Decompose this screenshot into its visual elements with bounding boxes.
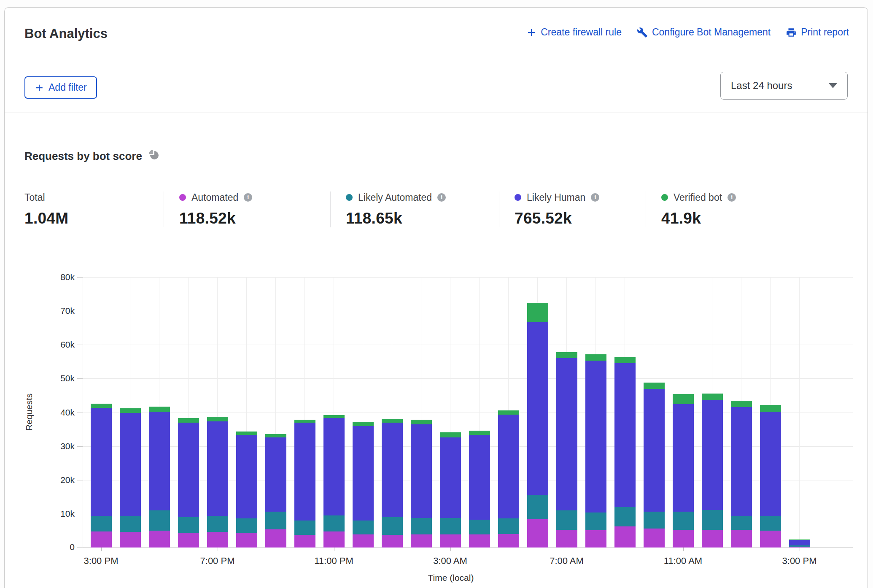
x-tick-mark [683,548,684,551]
bar-segment-verified-bot [731,401,752,407]
bar-segment-likely-human [789,540,810,545]
bar-segment-verified-bot [614,357,636,363]
bar-column [319,277,348,548]
stat-verified-bot-label: Verified bot [674,192,722,203]
bar-segment-automated [236,533,257,548]
bar-segment-likely-automated [440,518,461,534]
bar-segment-verified-bot [149,407,170,412]
y-tick-label: 20k [60,475,75,485]
x-tick-label: 11:00 AM [664,556,702,566]
y-tick-label: 80k [60,272,75,282]
bar-segment-likely-human [149,412,170,510]
y-tick-mark [77,378,83,379]
stat-automated: Automated i 118.52k [164,192,330,227]
add-filter-button[interactable]: Add filter [24,76,97,99]
y-tick-mark [77,547,83,548]
bar-segment-likely-human [614,363,636,507]
stat-automated-label: Automated [191,192,238,203]
bar-segment-likely-automated [120,516,141,532]
bar-column [145,277,174,548]
bar-segment-likely-automated [91,516,112,531]
printer-icon [786,27,797,38]
bar-segment-likely-human [469,435,490,520]
stat-verified-bot-value: 41.9k [661,210,776,227]
bar-segment-likely-human [702,400,723,510]
bar-segment-likely-human [760,412,781,516]
bar-segment-likely-human [294,423,315,521]
bar-segment-automated [411,534,432,548]
verified-bot-legend-dot [661,194,668,201]
bar-segment-automated [760,531,781,548]
stat-total-value: 1.04M [24,210,155,227]
bar-segment-automated [294,535,315,548]
bar-segment-likely-automated [614,507,636,526]
stat-likely-automated-value: 118.65k [346,210,490,227]
x-tick-mark [450,548,451,551]
bar-column [698,277,727,548]
likely-human-legend-dot [515,194,521,201]
bar-segment-likely-automated [731,516,752,530]
bar-segment-automated [731,530,752,548]
info-icon[interactable]: i [728,193,736,202]
time-range-value: Last 24 hours [731,80,792,92]
bar-segment-likely-automated [149,510,170,531]
bar-segment-likely-automated [527,495,548,519]
bar-segment-verified-bot [556,352,577,358]
bar-segment-automated [382,535,403,548]
bar-column [552,277,581,548]
stat-likely-human-value: 765.52k [515,210,637,227]
time-range-select[interactable]: Last 24 hours [720,72,848,100]
bar-segment-automated [673,530,694,548]
bar-segment-automated [353,534,374,548]
info-icon[interactable]: i [244,193,252,202]
bar-segment-likely-human [353,426,374,521]
bar-column [232,277,261,548]
header-actions: Create firewall rule Configure Bot Manag… [526,27,849,38]
bar-column [465,277,494,548]
bar-segment-automated [614,526,636,548]
bar-column [756,277,785,548]
bar-column [407,277,436,548]
x-tick-label: 7:00 AM [550,556,584,566]
bar-segment-likely-automated [760,516,781,531]
bar-segment-likely-human [207,421,228,516]
bar-segment-automated [556,530,577,548]
bar-segment-verified-bot [207,417,228,421]
bar-segment-likely-human [120,413,141,516]
bar-segment-likely-human [731,407,752,516]
bar-segment-verified-bot [265,434,286,437]
y-tick-mark [77,311,83,311]
stat-likely-automated: Likely Automated i 118.65k [330,192,499,227]
bar-segment-verified-bot [120,408,141,413]
bar-column [174,277,203,548]
bar-segment-verified-bot [411,420,432,424]
bar-segment-likely-automated [294,521,315,535]
bar-segment-verified-bot [469,431,490,435]
y-tick-label: 50k [60,373,75,383]
bar-segment-verified-bot [527,303,548,322]
bar-segment-likely-automated [265,512,286,529]
y-tick-mark [77,277,83,278]
bar-segment-likely-automated [673,512,694,530]
configure-bot-management-link[interactable]: Configure Bot Management [637,27,771,38]
bar-segment-likely-human [323,418,345,515]
bar-segment-automated [527,519,548,548]
bar-segment-likely-automated [498,518,519,534]
bar-segment-verified-bot [702,394,723,400]
print-report-label: Print report [801,27,849,38]
info-icon[interactable]: i [591,193,599,202]
bar-column [116,277,145,548]
bar-segment-likely-automated [382,517,403,535]
info-icon[interactable]: i [437,193,446,202]
bot-analytics-card: Bot Analytics Create firewall rule Confi… [4,7,868,588]
y-tick-mark [77,345,83,345]
print-report-link[interactable]: Print report [786,27,849,38]
x-tick-mark [334,548,334,551]
bar-segment-automated [207,532,228,548]
x-tick-label: 3:00 AM [433,556,467,566]
bar-segment-verified-bot [91,404,112,408]
bar-column [523,277,552,548]
bar-segment-automated [323,531,345,548]
create-firewall-rule-link[interactable]: Create firewall rule [526,27,622,38]
y-axis-title: Requests [24,394,34,431]
